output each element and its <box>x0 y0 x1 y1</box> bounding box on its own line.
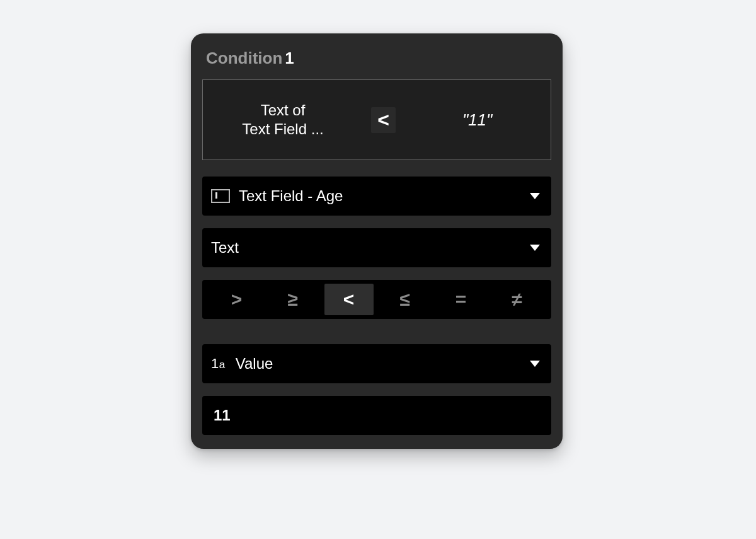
panel-title: Condition1 <box>206 49 551 68</box>
operator-less-than-button[interactable]: < <box>324 284 374 315</box>
value-input-text: 11 <box>214 407 231 424</box>
condition-preview: Text of Text Field ... < "11" <box>202 79 551 160</box>
svg-marker-1 <box>530 245 540 251</box>
value-input[interactable]: 11 <box>202 396 551 435</box>
preview-left-line1: Text of <box>209 101 357 120</box>
chevron-down-icon <box>530 245 540 251</box>
operator-greater-or-equal-button[interactable]: ≥ <box>268 284 318 315</box>
property-dropdown[interactable]: Text <box>202 228 551 267</box>
value-type-badge: 1a 1a <box>211 356 226 372</box>
condition-panel: Condition1 Text of Text Field ... < "11"… <box>191 33 563 449</box>
preview-left-line2: Text Field ... <box>209 120 357 139</box>
panel-title-index: 1 <box>285 49 294 67</box>
operator-not-equal-button[interactable]: ≠ <box>493 284 542 315</box>
operator-selector: >≥<≤=≠ <box>202 280 551 319</box>
source-dropdown[interactable]: Text Field - Age <box>202 177 551 216</box>
chevron-down-icon <box>530 193 540 199</box>
text-field-icon <box>211 189 230 203</box>
chevron-down-icon <box>530 361 540 367</box>
preview-left-operand: Text of Text Field ... <box>209 101 357 139</box>
svg-marker-0 <box>530 193 540 199</box>
preview-operator: < <box>357 107 410 133</box>
operator-greater-than-button[interactable]: > <box>212 284 261 315</box>
svg-marker-2 <box>530 361 540 367</box>
source-dropdown-label: Text Field - Age <box>239 187 530 205</box>
property-dropdown-label: Text <box>211 239 530 257</box>
panel-title-label: Condition <box>206 49 282 67</box>
preview-right-operand: "11" <box>410 110 544 130</box>
value-type-dropdown-label: Value <box>236 355 530 373</box>
operator-less-or-equal-button[interactable]: ≤ <box>381 284 430 315</box>
operator-equal-button[interactable]: = <box>437 284 486 315</box>
value-type-dropdown[interactable]: 1a 1a Value <box>202 344 551 383</box>
